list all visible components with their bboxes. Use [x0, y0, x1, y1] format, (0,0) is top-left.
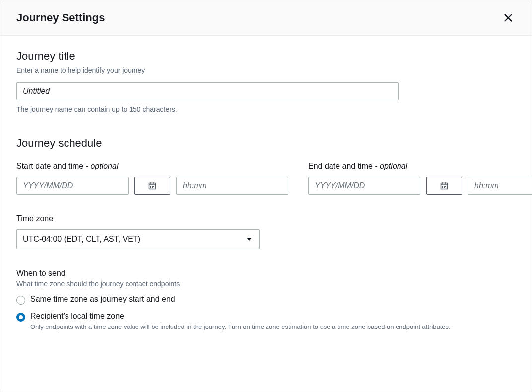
svg-rect-8	[152, 187, 153, 188]
start-time-input[interactable]	[176, 177, 288, 195]
radio-option-recipient-timezone[interactable]: Recipient's local time zone Only endpoin…	[16, 312, 516, 331]
calendar-icon	[440, 182, 448, 190]
svg-rect-4	[150, 186, 151, 187]
svg-rect-15	[445, 186, 446, 187]
journey-schedule-label: Journey schedule	[16, 137, 516, 150]
start-date-label-text: Start date and time	[16, 162, 83, 170]
svg-rect-17	[444, 187, 445, 188]
end-time-input[interactable]	[468, 177, 532, 195]
end-date-calendar-button[interactable]	[426, 177, 462, 195]
start-date-col: Start date and time - optional	[16, 162, 288, 195]
panel-body: Journey title Enter a name to help ident…	[0, 36, 532, 369]
panel-title: Journey Settings	[16, 11, 105, 24]
journey-title-section: Journey title Enter a name to help ident…	[16, 50, 516, 113]
end-date-input[interactable]	[308, 177, 420, 195]
journey-schedule-section: Journey schedule Start date and time - o…	[16, 137, 516, 331]
end-date-label-text: End date and time	[308, 162, 373, 170]
journey-title-subtitle: Enter a name to help identify your journ…	[16, 66, 516, 74]
radio-label-text[interactable]: Same time zone as journey start and end	[30, 295, 516, 304]
radio-option-same-timezone[interactable]: Same time zone as journey start and end	[16, 295, 516, 305]
close-button[interactable]	[501, 10, 516, 25]
timezone-select[interactable]: UTC-04:00 (EDT, CLT, AST, VET)	[16, 229, 260, 249]
journey-title-label: Journey title	[16, 50, 516, 63]
optional-suffix: - optional	[83, 162, 118, 170]
end-date-col: End date and time - optional	[308, 162, 532, 195]
radio-input[interactable]	[16, 296, 25, 305]
calendar-icon	[148, 182, 156, 190]
start-date-calendar-button[interactable]	[134, 177, 170, 195]
when-to-send-group: When to send What time zone should the j…	[16, 269, 516, 331]
radio-label-container: Same time zone as journey start and end	[30, 295, 516, 304]
panel-header: Journey Settings	[0, 0, 532, 36]
when-to-send-subtitle: What time zone should the journey contac…	[16, 280, 516, 288]
start-date-label: Start date and time - optional	[16, 162, 288, 171]
radio-label-container: Recipient's local time zone Only endpoin…	[30, 312, 516, 331]
timezone-label: Time zone	[16, 214, 516, 223]
radio-description: Only endpoints with a time zone value wi…	[30, 323, 516, 331]
radio-input[interactable]	[16, 313, 25, 322]
journey-title-input[interactable]	[16, 82, 399, 100]
journey-title-helper: The journey name can contain up to 150 c…	[16, 105, 516, 113]
journey-settings-panel: Journey Settings Journey title Enter a n…	[0, 0, 532, 392]
svg-rect-5	[152, 186, 153, 187]
radio-label-text[interactable]: Recipient's local time zone	[30, 312, 516, 321]
close-icon	[503, 12, 514, 23]
optional-suffix: - optional	[373, 162, 407, 170]
schedule-row: Start date and time - optional	[16, 162, 516, 195]
svg-rect-14	[444, 186, 445, 187]
svg-rect-7	[150, 187, 151, 188]
end-date-label: End date and time - optional	[308, 162, 532, 171]
when-to-send-title: When to send	[16, 269, 516, 278]
start-date-time-group	[16, 177, 288, 195]
timezone-group: Time zone UTC-04:00 (EDT, CLT, AST, VET)	[16, 214, 516, 249]
svg-rect-13	[442, 186, 443, 187]
svg-rect-16	[442, 187, 443, 188]
timezone-select-wrapper: UTC-04:00 (EDT, CLT, AST, VET)	[16, 229, 260, 249]
svg-rect-6	[153, 186, 154, 187]
start-date-input[interactable]	[16, 177, 129, 195]
end-date-time-group	[308, 177, 532, 195]
